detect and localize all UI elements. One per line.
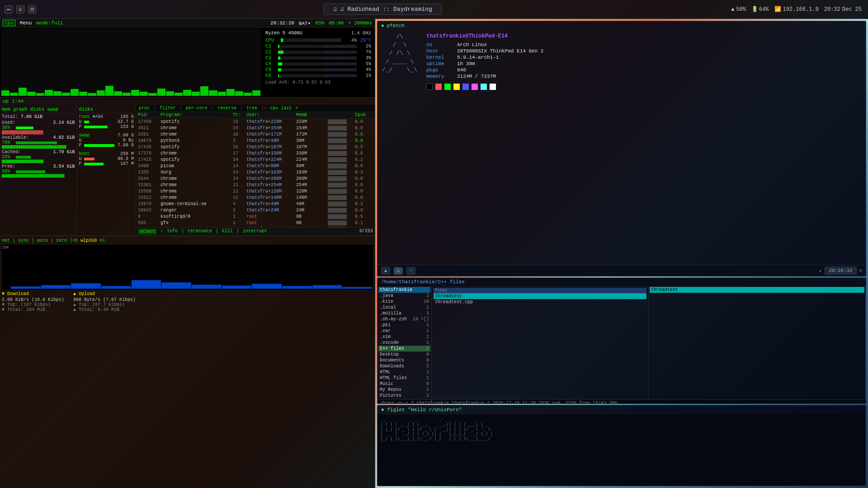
list-item[interactable]: .mozilla3 — [378, 310, 430, 316]
per-core-tab[interactable]: per-core — [185, 106, 208, 111]
ranger-files-col: files threadtest threadtest.cpp — [432, 286, 649, 399]
mem-avail-pct: 70% — [2, 140, 14, 145]
table-row[interactable]: 17436 spotify 32 thatsfra+107M 107M ▓▓▓▓… — [136, 144, 375, 150]
auto-tab[interactable]: auto — [37, 238, 48, 243]
sync-tab[interactable]: sync — [18, 238, 29, 243]
list-item[interactable]: HTML files1 — [378, 375, 430, 381]
filter-tab[interactable]: filter — [159, 106, 177, 111]
table-row[interactable]: 15560 chrome 12 thatsfra+120M 120M ▓▓▓▓▓… — [136, 188, 375, 194]
proc-tab[interactable]: proc — [138, 106, 151, 111]
list-item[interactable]: Documents0 — [378, 357, 430, 363]
tree-tab[interactable]: tree — [245, 106, 258, 111]
pfetch-kernel-row: kernel 5.9.14-arch1-1 — [426, 55, 543, 60]
cpu-model-row: Ryzen 5 4500U 1.4 GHz — [265, 30, 371, 36]
table-row[interactable]: 17458 spotify 15 thatsfra+229M 229M ▓▓▓▓… — [136, 118, 375, 125]
footer-interrupt[interactable]: interrupt — [243, 229, 267, 235]
cpu-bar-container — [0, 28, 262, 97]
disk-boot-name: boot — [79, 151, 90, 156]
table-row[interactable]: 17415 spotify 34 thatsfra+224M 224M ▓▓▓▓… — [136, 156, 375, 163]
table-row[interactable]: 3621 chrome 15 thatsfra+154M 154M ▓▓▓▓▓▓… — [136, 125, 375, 131]
power-button[interactable] — [28, 5, 36, 14]
minimize-button[interactable] — [5, 5, 13, 14]
table-row[interactable]: 9 ksoftirqd/0 1 root 0B ▓▓▓▓▓▓▓ 0.5 — [136, 213, 375, 220]
list-item[interactable]: HTML1 — [378, 369, 430, 375]
list-item[interactable]: Desktop0 — [378, 352, 430, 357]
cpu-bar-label: CPU — [265, 38, 279, 43]
list-item[interactable]: C++ files2 — [378, 346, 430, 352]
proc-tab-arrow[interactable]: > — [294, 106, 299, 111]
list-item[interactable]: .pki1 — [378, 322, 430, 328]
list-item[interactable]: .java2 — [378, 293, 430, 299]
notify-button[interactable] — [16, 5, 24, 14]
table-row[interactable]: 1408 picom 14 thatsfra+99M 99M ▓▓▓▓▓▓▓ 0… — [136, 163, 375, 169]
cpu-lazy-tab[interactable]: cpu lazy — [269, 106, 292, 111]
pfetch-btn-up[interactable]: ▲ — [381, 267, 390, 275]
mem-avail-bar-bg — [16, 141, 75, 144]
footer-kill[interactable]: kill — [222, 229, 233, 235]
list-item[interactable]: thatsfrankie — [378, 287, 430, 293]
table-row[interactable]: 18679 python3 3 thatsfra+38M 38M ▓▓▓▓▓▓▓… — [136, 137, 375, 144]
list-item[interactable]: .local1 — [378, 305, 430, 310]
htop-cpu-label: cpu — [3, 20, 15, 26]
pfetch-memory-row: memory 2124M / 7237M — [426, 74, 543, 79]
disk-root-u-val: 32.7 G — [116, 119, 134, 124]
list-item[interactable]: Downloads2 — [378, 363, 430, 369]
mem-total: 7.06 GiB — [21, 114, 42, 119]
swatch-red — [435, 84, 442, 90]
disk-swap-f-bar — [84, 144, 114, 147]
ranger-file-threadtest[interactable]: threadtest — [434, 293, 646, 299]
cpu-stats-panel: Ryzen 5 4500U 1.4 GHz CPU 4% 29°C C1 2% — [262, 28, 375, 97]
table-row[interactable]: 3381 chrome 18 thatsfra+171M 171M ▓▓▓▓▓▓… — [136, 131, 375, 137]
pfetch-os-row: os Arch Linux — [426, 42, 543, 47]
mem-tab[interactable]: mem — [2, 107, 10, 112]
ranger-file-threadtest-cpp[interactable]: threadtest.cpp — [434, 299, 646, 305]
list-item[interactable]: .vim1 — [378, 334, 430, 340]
list-item[interactable]: .oh-my-zsh19 =[] — [378, 316, 430, 322]
table-row[interactable]: 1355 Xorg 14 thatsfra+103M 103M ▓▓▓▓▓▓▓ … — [136, 169, 375, 175]
footer-info[interactable]: info — [167, 229, 178, 235]
pfetch-btn-tilde[interactable]: ~ — [406, 267, 415, 275]
table-row[interactable]: 17370 chrome 17 thatsfra+330M 330M ▓▓▓▓▓… — [136, 150, 375, 156]
disk-swap-f-val: 7.99 G — [116, 143, 134, 148]
graph-tab[interactable]: graph — [13, 107, 28, 112]
pfetch-clock-icon: ⊙ — [859, 268, 862, 273]
disk-swap: swap 7.99 G U 0 By F — [79, 133, 134, 148]
pfetch-prompt-text: pfetch — [387, 23, 405, 28]
zero-tab[interactable]: zero — [56, 238, 67, 243]
time-text: 20:32 — [824, 6, 840, 13]
table-row[interactable]: 15361 chrome 13 thatsfra+254M 254M ▓▓▓▓▓… — [136, 182, 375, 188]
net-next[interactable]: n> — [99, 238, 105, 243]
list-item[interactable]: .var1 — [378, 328, 430, 334]
list-item[interactable]: Pictures1 — [378, 393, 430, 399]
pfetch-btn-home[interactable]: ⌂ — [394, 267, 403, 275]
disks-tab[interactable]: disks — [30, 107, 44, 112]
mem-cached-bar-fill — [16, 156, 31, 159]
table-row[interactable]: 15878 gnome-terminal-se 4 thatsfra+49M 4… — [136, 201, 375, 207]
table-row[interactable]: 15812 chrome 12 thatsfra+140M 140M ▓▓▓▓▓… — [136, 194, 375, 201]
now-playing-widget[interactable]: ♫ ♫ Radiohead :: Daydreaming — [324, 4, 442, 15]
iface-label[interactable]: wlp3s0 — [80, 238, 97, 243]
htop-menu-label[interactable]: Menu — [20, 20, 32, 26]
pfetch-kernel-val: 5.9.14-arch1-1 — [457, 55, 499, 60]
pfetch-uptime-key: uptime — [426, 61, 453, 66]
core-bar-row-c3: C3 3% — [265, 55, 371, 61]
music-icon: ♫ — [333, 6, 337, 13]
cpu-total-bar-fill — [281, 38, 283, 42]
swap-tab[interactable]: swap — [47, 107, 58, 112]
ranger-path-text: /home/thatsfrankie/C++ files — [381, 279, 465, 285]
topbar: ♫ ♫ Radiohead :: Daydreaming ▲ 50% 🔋 64%… — [0, 0, 868, 19]
table-row[interactable]: 595 gfx 1 root 0B ▓▓▓▓▓▓▓ 0.1 — [136, 220, 375, 226]
table-row[interactable]: 3344 chrome 24 thatsfra+206M 206M ▓▓▓▓▓▓… — [136, 175, 375, 182]
disk-root-total: 195 G — [120, 114, 134, 119]
list-item[interactable]: Music0 — [378, 381, 430, 387]
table-row[interactable]: 19042 ranger 2 thatsfra+24M 24M ▓▓▓▓▓▓▓ … — [136, 207, 375, 213]
footer-terminate[interactable]: terminate — [188, 229, 212, 235]
disk-root-f-bar — [84, 126, 114, 128]
net-tab[interactable]: net — [2, 238, 10, 243]
footer-select[interactable]: select — [138, 229, 157, 235]
swatch-black — [426, 84, 433, 90]
list-item[interactable]: .vscode2 — [378, 340, 430, 346]
list-item[interactable]: My Repos1 — [378, 387, 430, 393]
list-item[interactable]: .kite10 — [378, 299, 430, 305]
reverse-tab[interactable]: reverse — [217, 106, 237, 111]
